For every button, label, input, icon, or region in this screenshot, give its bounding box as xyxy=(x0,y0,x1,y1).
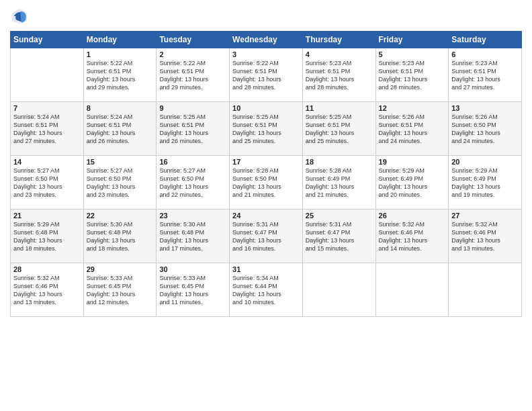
calendar-cell: 23Sunrise: 5:30 AM Sunset: 6:48 PM Dayli… xyxy=(157,210,230,263)
cell-content: Sunrise: 5:27 AM Sunset: 6:50 PM Dayligh… xyxy=(87,167,154,199)
day-number: 24 xyxy=(232,212,300,220)
day-number: 21 xyxy=(13,212,81,220)
header-day-sunday: Sunday xyxy=(11,32,84,48)
day-number: 23 xyxy=(159,212,226,220)
cell-content: Sunrise: 5:25 AM Sunset: 6:51 PM Dayligh… xyxy=(159,113,226,146)
cell-content: Sunrise: 5:32 AM Sunset: 6:46 PM Dayligh… xyxy=(451,220,519,253)
page: SundayMondayTuesdayWednesdayThursdayFrid… xyxy=(0,0,532,411)
cell-content: Sunrise: 5:22 AM Sunset: 6:51 PM Dayligh… xyxy=(232,59,300,92)
day-number: 4 xyxy=(306,50,373,58)
day-number: 12 xyxy=(379,104,446,112)
day-number: 8 xyxy=(87,104,154,112)
calendar-cell xyxy=(302,263,375,317)
week-row-4: 21Sunrise: 5:29 AM Sunset: 6:48 PM Dayli… xyxy=(11,210,522,263)
calendar-cell: 19Sunrise: 5:29 AM Sunset: 6:49 PM Dayli… xyxy=(375,156,449,210)
week-row-5: 28Sunrise: 5:32 AM Sunset: 6:46 PM Dayli… xyxy=(11,263,522,317)
calendar-cell: 22Sunrise: 5:30 AM Sunset: 6:48 PM Dayli… xyxy=(83,210,157,263)
cell-content: Sunrise: 5:30 AM Sunset: 6:48 PM Dayligh… xyxy=(159,220,226,253)
cell-content: Sunrise: 5:26 AM Sunset: 6:51 PM Dayligh… xyxy=(379,113,446,146)
cell-content: Sunrise: 5:34 AM Sunset: 6:44 PM Dayligh… xyxy=(232,274,300,307)
calendar-cell: 13Sunrise: 5:26 AM Sunset: 6:50 PM Dayli… xyxy=(449,102,522,156)
cell-content: Sunrise: 5:23 AM Sunset: 6:51 PM Dayligh… xyxy=(379,59,446,92)
day-number: 26 xyxy=(379,212,446,220)
cell-content: Sunrise: 5:26 AM Sunset: 6:50 PM Dayligh… xyxy=(451,113,519,146)
calendar-table: SundayMondayTuesdayWednesdayThursdayFrid… xyxy=(10,31,522,317)
calendar-cell xyxy=(449,263,522,317)
cell-content: Sunrise: 5:25 AM Sunset: 6:51 PM Dayligh… xyxy=(232,113,300,146)
cell-content: Sunrise: 5:31 AM Sunset: 6:47 PM Dayligh… xyxy=(306,220,373,253)
cell-content: Sunrise: 5:24 AM Sunset: 6:51 PM Dayligh… xyxy=(87,113,154,146)
calendar-cell xyxy=(375,263,449,317)
calendar-cell: 9Sunrise: 5:25 AM Sunset: 6:51 PM Daylig… xyxy=(157,102,230,156)
calendar-cell: 8Sunrise: 5:24 AM Sunset: 6:51 PM Daylig… xyxy=(83,102,157,156)
calendar-cell: 14Sunrise: 5:27 AM Sunset: 6:50 PM Dayli… xyxy=(11,156,84,210)
cell-content: Sunrise: 5:31 AM Sunset: 6:47 PM Dayligh… xyxy=(232,220,300,253)
day-number: 28 xyxy=(13,265,81,273)
week-row-1: 1Sunrise: 5:22 AM Sunset: 6:51 PM Daylig… xyxy=(11,48,522,102)
day-number: 13 xyxy=(451,104,519,112)
calendar-header-row: SundayMondayTuesdayWednesdayThursdayFrid… xyxy=(11,32,522,48)
calendar-cell: 2Sunrise: 5:22 AM Sunset: 6:51 PM Daylig… xyxy=(157,48,230,102)
day-number: 14 xyxy=(13,158,81,166)
cell-content: Sunrise: 5:22 AM Sunset: 6:51 PM Dayligh… xyxy=(87,59,154,92)
day-number: 9 xyxy=(159,104,226,112)
calendar-cell: 26Sunrise: 5:32 AM Sunset: 6:46 PM Dayli… xyxy=(375,210,449,263)
cell-content: Sunrise: 5:32 AM Sunset: 6:46 PM Dayligh… xyxy=(379,220,446,253)
calendar-cell: 29Sunrise: 5:33 AM Sunset: 6:45 PM Dayli… xyxy=(83,263,157,317)
week-row-2: 7Sunrise: 5:24 AM Sunset: 6:51 PM Daylig… xyxy=(11,102,522,156)
logo-icon xyxy=(10,7,29,26)
day-number: 6 xyxy=(451,50,519,58)
cell-content: Sunrise: 5:24 AM Sunset: 6:51 PM Dayligh… xyxy=(13,113,81,146)
day-number: 3 xyxy=(232,50,300,58)
day-number: 22 xyxy=(87,212,154,220)
cell-content: Sunrise: 5:23 AM Sunset: 6:51 PM Dayligh… xyxy=(451,59,519,92)
day-number: 27 xyxy=(451,212,519,220)
calendar-cell xyxy=(11,48,84,102)
day-number: 17 xyxy=(232,158,300,166)
calendar-cell: 3Sunrise: 5:22 AM Sunset: 6:51 PM Daylig… xyxy=(230,48,303,102)
calendar-cell: 24Sunrise: 5:31 AM Sunset: 6:47 PM Dayli… xyxy=(230,210,303,263)
calendar-cell: 21Sunrise: 5:29 AM Sunset: 6:48 PM Dayli… xyxy=(11,210,84,263)
header-day-thursday: Thursday xyxy=(302,32,375,48)
logo xyxy=(10,7,32,26)
calendar-cell: 28Sunrise: 5:32 AM Sunset: 6:46 PM Dayli… xyxy=(11,263,84,317)
cell-content: Sunrise: 5:29 AM Sunset: 6:49 PM Dayligh… xyxy=(379,167,446,199)
header-day-monday: Monday xyxy=(83,32,157,48)
day-number: 1 xyxy=(87,50,154,58)
calendar-cell: 11Sunrise: 5:25 AM Sunset: 6:51 PM Dayli… xyxy=(302,102,375,156)
day-number: 25 xyxy=(306,212,373,220)
day-number: 29 xyxy=(87,265,154,273)
calendar-cell: 7Sunrise: 5:24 AM Sunset: 6:51 PM Daylig… xyxy=(11,102,84,156)
calendar-cell: 30Sunrise: 5:33 AM Sunset: 6:45 PM Dayli… xyxy=(157,263,230,317)
calendar-cell: 6Sunrise: 5:23 AM Sunset: 6:51 PM Daylig… xyxy=(449,48,522,102)
day-number: 31 xyxy=(232,265,300,273)
day-number: 15 xyxy=(87,158,154,166)
calendar-cell: 31Sunrise: 5:34 AM Sunset: 6:44 PM Dayli… xyxy=(230,263,303,317)
day-number: 10 xyxy=(232,104,300,112)
calendar-cell: 12Sunrise: 5:26 AM Sunset: 6:51 PM Dayli… xyxy=(375,102,449,156)
week-row-3: 14Sunrise: 5:27 AM Sunset: 6:50 PM Dayli… xyxy=(11,156,522,210)
cell-content: Sunrise: 5:23 AM Sunset: 6:51 PM Dayligh… xyxy=(306,59,373,92)
calendar-cell: 10Sunrise: 5:25 AM Sunset: 6:51 PM Dayli… xyxy=(230,102,303,156)
header-day-tuesday: Tuesday xyxy=(157,32,230,48)
day-number: 2 xyxy=(159,50,226,58)
day-number: 5 xyxy=(379,50,446,58)
day-number: 11 xyxy=(306,104,373,112)
cell-content: Sunrise: 5:28 AM Sunset: 6:49 PM Dayligh… xyxy=(306,167,373,199)
day-number: 18 xyxy=(306,158,373,166)
calendar-cell: 20Sunrise: 5:29 AM Sunset: 6:49 PM Dayli… xyxy=(449,156,522,210)
cell-content: Sunrise: 5:30 AM Sunset: 6:48 PM Dayligh… xyxy=(87,220,154,253)
cell-content: Sunrise: 5:32 AM Sunset: 6:46 PM Dayligh… xyxy=(13,274,81,307)
day-number: 7 xyxy=(13,104,81,112)
cell-content: Sunrise: 5:33 AM Sunset: 6:45 PM Dayligh… xyxy=(159,274,226,307)
cell-content: Sunrise: 5:27 AM Sunset: 6:50 PM Dayligh… xyxy=(13,167,81,199)
calendar-cell: 4Sunrise: 5:23 AM Sunset: 6:51 PM Daylig… xyxy=(302,48,375,102)
calendar-cell: 18Sunrise: 5:28 AM Sunset: 6:49 PM Dayli… xyxy=(302,156,375,210)
cell-content: Sunrise: 5:25 AM Sunset: 6:51 PM Dayligh… xyxy=(306,113,373,146)
header-day-wednesday: Wednesday xyxy=(230,32,303,48)
calendar-cell: 16Sunrise: 5:27 AM Sunset: 6:50 PM Dayli… xyxy=(157,156,230,210)
calendar-cell: 25Sunrise: 5:31 AM Sunset: 6:47 PM Dayli… xyxy=(302,210,375,263)
header xyxy=(10,7,522,26)
header-day-saturday: Saturday xyxy=(449,32,522,48)
calendar-cell: 1Sunrise: 5:22 AM Sunset: 6:51 PM Daylig… xyxy=(83,48,157,102)
